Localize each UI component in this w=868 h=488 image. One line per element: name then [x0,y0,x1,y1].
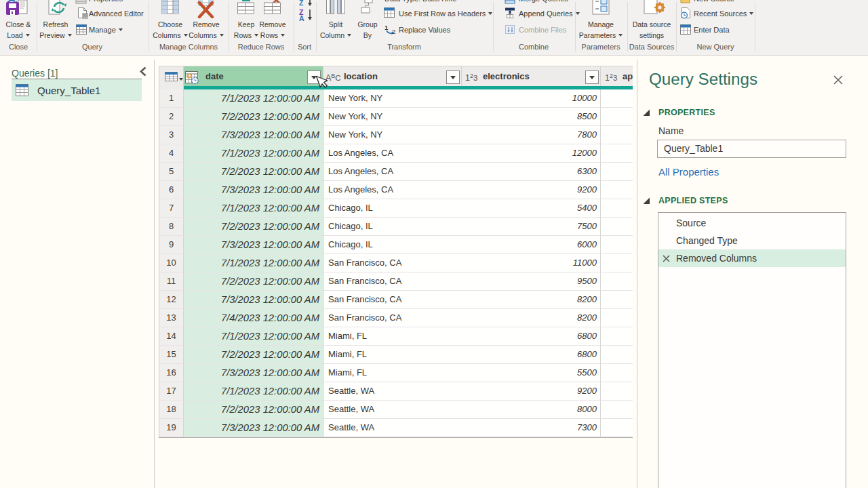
svg-text:1: 1 [384,24,389,31]
svg-text:2: 2 [392,28,395,35]
svg-text:Z: Z [299,0,304,7]
svg-text:A: A [299,14,304,22]
